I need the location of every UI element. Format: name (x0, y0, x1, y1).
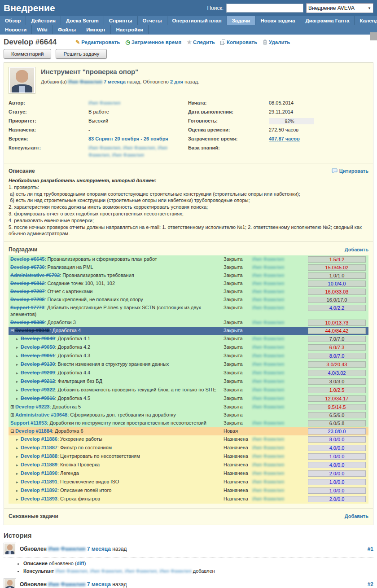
subtask-link[interactable]: Develop #6645 (10, 256, 44, 262)
tab-новости[interactable]: Новости (0, 25, 32, 34)
subtask-link[interactable]: Develop #6812 (10, 281, 44, 286)
collapse-icon[interactable]: ⊟ (10, 428, 15, 434)
tab-настройки[interactable]: Настройки (111, 25, 149, 34)
table-row[interactable]: ▸Develop #11887: Фильтр по состояниямНаз… (9, 444, 368, 452)
table-row[interactable]: ⊟Develop #11884: Доработка 6Новая23.0/0.… (9, 427, 368, 435)
table-row[interactable]: ▸Develop #9051: Доработка 4.3ЗакрытаИмя … (9, 352, 368, 360)
subtask-link[interactable]: Develop #9212 (21, 378, 55, 384)
subtask-link[interactable]: Develop #11891 (21, 479, 57, 484)
table-row[interactable]: Develop #6730: Реализация на PMLЗакрытаИ… (9, 263, 368, 272)
table-row[interactable]: ▸Develop #11890: ЛегендаНазначенаИмя Фам… (9, 470, 368, 478)
tab-календарь[interactable]: Календарь (355, 16, 377, 25)
table-row[interactable]: Support #11653: Доработки по инструменту… (9, 419, 368, 427)
subtask-link[interactable]: Develop #9049 (21, 336, 55, 341)
tab-спринты[interactable]: Спринты (104, 16, 138, 25)
tab-действия[interactable]: Действия (26, 16, 61, 25)
tab-оперативный-план[interactable]: Оперативный план (167, 16, 227, 25)
expand-icon[interactable]: ⊞ (10, 404, 15, 410)
history-entry-number[interactable]: #1 (368, 546, 373, 552)
table-row[interactable]: ▸Develop #11893: Строка фильтровНазначен… (9, 495, 368, 504)
redacted-name[interactable]: Имя Фамилия (68, 79, 102, 84)
add-subtask-link[interactable]: Добавить (345, 247, 368, 252)
spent-time-link[interactable]: 407.87 часов (269, 136, 300, 141)
redacted-name[interactable]: Имя Фамилия (48, 581, 85, 588)
action-star[interactable]: ★Следить (187, 39, 215, 45)
tab-задачи[interactable]: Задачи (227, 16, 256, 25)
table-row[interactable]: ▸Develop #11888: Центрировать по несоотв… (9, 452, 368, 461)
inline-link[interactable]: 7 месяца (104, 79, 126, 84)
add-related-link[interactable]: Добавить (345, 513, 368, 519)
subtask-link[interactable]: Develop #11892 (21, 487, 57, 493)
subtask-link[interactable]: Develop #8389 (10, 320, 44, 325)
table-row[interactable]: Develop #7297: Отчет с картинкамиЗакрыта… (9, 288, 368, 296)
table-row[interactable]: ▸Develop #11889: Кнопка ПроверкаНазначен… (9, 461, 368, 470)
subtask-link[interactable]: Develop #9051 (21, 353, 55, 358)
subtask-link[interactable]: Develop #9050 (21, 344, 55, 350)
table-row[interactable]: ⊞Administrative #10648: Сформировать доп… (9, 411, 368, 419)
subtask-link[interactable]: Develop #6730 (10, 264, 44, 270)
table-row[interactable]: Administrative #6792: Проанализировать т… (9, 272, 368, 280)
search-input[interactable] (226, 4, 303, 13)
tab-обзор[interactable]: Обзор (0, 16, 26, 25)
subtask-link[interactable]: Develop #9223 (15, 404, 49, 409)
subtask-link[interactable]: Develop #9322 (21, 387, 55, 392)
project-select[interactable]: Внедрение AVEVA ▼ (306, 3, 373, 13)
table-row[interactable]: Develop #6645: Проанализировать и сформи… (9, 255, 368, 263)
tab-диаграмма-ганта[interactable]: Диаграмма Ганта (300, 16, 355, 25)
table-row[interactable]: Support #7773: Добавить недостающие P-li… (9, 304, 368, 319)
subtask-link[interactable]: Develop #11888 (21, 453, 57, 459)
action-copy[interactable]: Копировать (220, 39, 257, 45)
table-row[interactable]: ▸Develop #9050: Доработка 4.2ЗакрытаИмя … (9, 343, 368, 352)
subtask-link[interactable]: Develop #11886 (21, 436, 57, 442)
quote-link[interactable]: Цитировать (332, 168, 368, 174)
subtask-link[interactable]: Develop #9209 (21, 370, 55, 375)
subtask-link[interactable]: Administrative #10648 (15, 412, 67, 417)
tab-wiki[interactable]: Wiki (32, 25, 53, 34)
subtask-link[interactable]: Support #11653 (10, 420, 47, 426)
tab-отчеты[interactable]: Отчеты (138, 16, 167, 25)
table-row[interactable]: Develop #7298: Поиск креплений, не попав… (9, 296, 368, 304)
table-row[interactable]: ▸Develop #9916: Доработка 4.5ЗакрытаИмя … (9, 395, 368, 403)
scrollbar-thumb[interactable] (370, 32, 377, 40)
action-trash[interactable]: Удалить (263, 39, 290, 45)
subtask-link[interactable]: Support #7773 (10, 305, 44, 310)
table-row[interactable]: ▸Develop #11891: Переключение видов ISOН… (9, 478, 368, 487)
table-row[interactable]: ▸Develop #9212: Фильтрация без БДЗакрыта… (9, 377, 368, 386)
inline-link[interactable]: 2 дня (170, 79, 183, 84)
inline-link[interactable]: diff (77, 561, 84, 566)
table-row[interactable]: Develop #6812: Создание точек 100, 101, … (9, 280, 368, 288)
tab-новая-задача[interactable]: Новая задача (255, 16, 300, 25)
history-entry-number[interactable]: #2 (368, 581, 373, 588)
tab-импорт[interactable]: Импорт (81, 25, 111, 34)
subtask-link[interactable]: Develop #11887 (21, 445, 57, 450)
table-row[interactable]: ▸Develop #11886: Ускорение работыНазначе… (9, 435, 368, 444)
table-row[interactable]: ▸Develop #9209: Доработка 4.4ЗакрытаИмя … (9, 369, 368, 377)
subtask-link[interactable]: Develop #9048 (15, 328, 49, 333)
subtask-link[interactable]: Develop #11893 (21, 496, 57, 501)
tab-доска-scrum[interactable]: Доска Scrum (61, 16, 104, 25)
button-комментарий[interactable]: Комментарий (4, 49, 51, 59)
table-row[interactable]: ⊞Develop #9223: Доработка 5ЗакрытаИмя Фа… (9, 403, 368, 411)
subtask-link[interactable]: Develop #7297 (10, 289, 44, 294)
inline-link[interactable]: 7 месяца (87, 546, 111, 552)
table-row[interactable]: ⊟Develop #9048: Доработка 4Закрыта44.0/8… (9, 327, 368, 335)
table-row[interactable]: ▸Develop #11892: Описание полей итогоНаз… (9, 487, 368, 495)
subtask-link[interactable]: Develop #9130 (21, 361, 55, 367)
table-row[interactable]: Develop #8389: Доработки 3ЗакрытаИмя Фам… (9, 319, 368, 327)
subtask-link[interactable]: Administrative #6792 (10, 272, 60, 278)
table-row[interactable]: ▸Develop #9130: Внести изменения в струк… (9, 360, 368, 369)
table-row[interactable]: ▸Develop #9322: Добавить возможность про… (9, 386, 368, 395)
subtask-link[interactable]: Develop #11890 (21, 470, 57, 476)
collapse-icon[interactable]: ⊟ (10, 327, 15, 334)
expand-icon[interactable]: ⊞ (10, 412, 15, 418)
inline-link[interactable]: 7 месяца (87, 581, 111, 588)
action-pencil[interactable]: ✎Редактировать (75, 39, 120, 45)
subtask-link[interactable]: Develop #11884 (15, 428, 52, 434)
redacted-name[interactable]: Имя Фамилия (48, 546, 85, 552)
detail-link[interactable]: 83 Спринт 20 ноября - 26 ноября (88, 136, 168, 141)
action-clock[interactable]: ◷Затраченное время (125, 39, 181, 45)
subtask-link[interactable]: Develop #11889 (21, 462, 57, 467)
tab-файлы[interactable]: Файлы (53, 25, 81, 34)
subtask-link[interactable]: Develop #9916 (21, 395, 55, 401)
table-row[interactable]: ▸Develop #9049: Доработка 4.1ЗакрытаИмя … (9, 335, 368, 343)
